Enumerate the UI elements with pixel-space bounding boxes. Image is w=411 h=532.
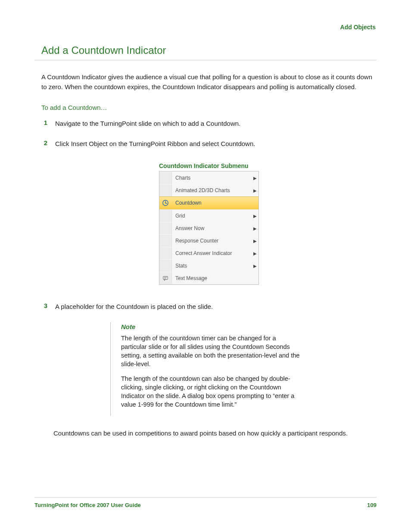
submenu-item-answer-now[interactable]: Answer Now ▶	[159, 222, 258, 234]
svg-rect-3	[163, 277, 168, 280]
submenu-item-stats[interactable]: Stats ▶	[159, 259, 258, 272]
message-icon	[159, 272, 172, 284]
chevron-right-icon: ▶	[252, 239, 258, 243]
intro-paragraph: A Countdown Indicator gives the audience…	[41, 72, 377, 92]
note-paragraph: The length of the countdown can also be …	[121, 374, 302, 409]
note-block: Note The length of the countdown timer c…	[110, 322, 302, 416]
submenu-item-label: Animated 2D/3D Charts	[172, 187, 252, 193]
footer-page-number: 109	[367, 502, 377, 508]
submenu-item-label: Stats	[172, 263, 252, 269]
chevron-right-icon: ▶	[252, 264, 258, 268]
submenu-item-label: Text Message	[172, 275, 252, 281]
submenu-item-label: Grid	[172, 213, 252, 219]
page-title: Add a Countdown Indicator	[41, 44, 377, 56]
submenu-item-text-message[interactable]: Text Message	[159, 272, 258, 284]
step-text: A placeholder for the Countdown is place…	[55, 302, 213, 312]
submenu-item-countdown[interactable]: Countdown	[159, 196, 258, 209]
step-text: Navigate to the TurningPoint slide on wh…	[55, 119, 240, 129]
section-header: Add Objects	[34, 24, 377, 31]
submenu-icon-slot	[159, 184, 172, 196]
chevron-right-icon: ▶	[252, 176, 258, 180]
step-text: Click Insert Object on the TurningPoint …	[55, 139, 255, 149]
closing-paragraph: Countdowns can be used in competitions t…	[53, 429, 377, 439]
submenu-item-label: Charts	[172, 175, 252, 181]
note-paragraph: The length of the countdown timer can be…	[121, 334, 302, 368]
chevron-right-icon: ▶	[252, 188, 258, 193]
submenu-item-correct-answer[interactable]: Correct Answer Indicator ▶	[159, 247, 258, 259]
submenu-item-label: Correct Answer Indicator	[172, 250, 252, 256]
submenu-figure: Countdown Indicator Submenu Charts ▶ Ani…	[159, 162, 259, 285]
figure-caption: Countdown Indicator Submenu	[159, 162, 259, 169]
footer-guide-title: TurningPoint for Office 2007 User Guide	[34, 502, 141, 508]
step-1: 1 Navigate to the TurningPoint slide on …	[41, 119, 377, 129]
submenu: Charts ▶ Animated 2D/3D Charts ▶	[159, 171, 259, 285]
submenu-item-response-counter[interactable]: Response Counter ▶	[159, 234, 258, 247]
submenu-item-grid[interactable]: Grid ▶	[159, 209, 258, 222]
chevron-right-icon: ▶	[252, 214, 258, 218]
title-rule	[34, 60, 377, 60]
step-number: 1	[41, 119, 47, 129]
note-heading: Note	[121, 323, 302, 330]
submenu-icon-slot	[159, 172, 172, 184]
submenu-icon-slot	[159, 260, 172, 272]
chevron-right-icon: ▶	[252, 226, 258, 231]
submenu-item-label: Answer Now	[172, 225, 252, 231]
submenu-icon-slot	[159, 222, 172, 234]
submenu-icon-slot	[159, 247, 172, 259]
step-number: 2	[41, 139, 47, 149]
step-number: 3	[41, 302, 47, 312]
chevron-right-icon: ▶	[252, 251, 258, 256]
page-footer: TurningPoint for Office 2007 User Guide …	[34, 494, 377, 508]
footer-rule	[34, 497, 377, 498]
submenu-item-animated-charts[interactable]: Animated 2D/3D Charts ▶	[159, 184, 258, 196]
submenu-item-label: Countdown	[172, 200, 252, 206]
step-3: 3 A placeholder for the Countdown is pla…	[41, 302, 377, 312]
submenu-item-label: Response Counter	[172, 238, 252, 244]
submenu-item-charts[interactable]: Charts ▶	[159, 171, 258, 184]
step-2: 2 Click Insert Object on the TurningPoin…	[41, 139, 377, 149]
svg-line-2	[165, 203, 167, 204]
procedure-heading: To add a Countdown…	[41, 104, 377, 111]
submenu-icon-slot	[159, 210, 172, 222]
clock-icon	[159, 197, 172, 209]
submenu-icon-slot	[159, 235, 172, 247]
